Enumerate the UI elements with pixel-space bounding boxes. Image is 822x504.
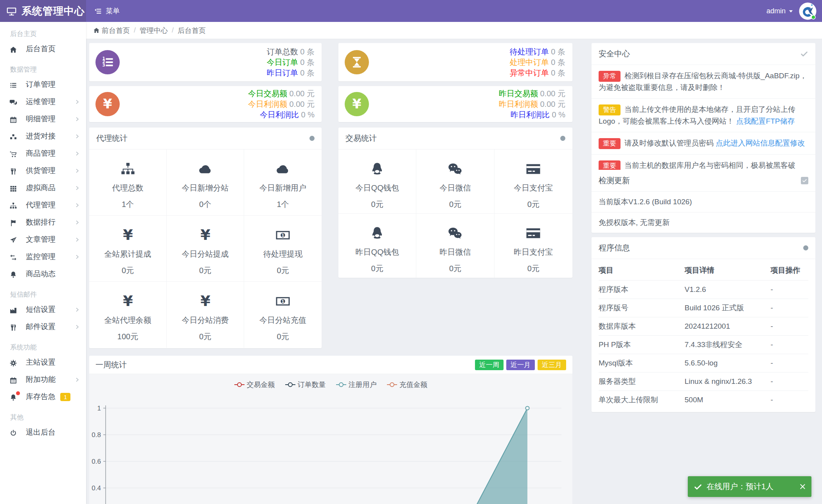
sidebar-item-mail[interactable]: 邮件设置 bbox=[0, 318, 86, 335]
cell-label: 今日微信 bbox=[439, 183, 471, 193]
gear-icon bbox=[9, 359, 17, 367]
chart-range-buttons: 近一周 近一月 近三月 bbox=[475, 360, 566, 370]
breadcrumb-center[interactable]: 管理中心 bbox=[140, 26, 168, 35]
sidebar-item-virtual[interactable]: 虚拟商品 bbox=[0, 179, 86, 196]
app-logo[interactable]: 系统管理中心 bbox=[0, 0, 86, 22]
item-name: 程序版号 bbox=[599, 299, 685, 317]
sidebar-item-label: 数据排行 bbox=[26, 217, 56, 227]
cell-label: 代理总数 bbox=[112, 183, 144, 193]
avatar[interactable] bbox=[799, 2, 817, 20]
stat-label: 异常中订单 bbox=[510, 68, 549, 77]
stat-value: 0.00 bbox=[540, 89, 556, 98]
calendar-icon bbox=[9, 116, 17, 124]
card-lines: 待处理订单 0 条 处理中订单 0 条 异常中订单 0 条 bbox=[510, 47, 572, 78]
app-title: 系统管理中心 bbox=[22, 4, 85, 18]
item-action: - bbox=[771, 336, 809, 354]
sidebar-item-detail[interactable]: 明细管理 bbox=[0, 110, 86, 128]
panel-tool-icon[interactable] bbox=[803, 245, 808, 250]
power-icon bbox=[9, 429, 17, 437]
creditcard-icon bbox=[524, 225, 542, 241]
sidebar-item-stock-alert[interactable]: 库存告急 1 bbox=[0, 388, 86, 405]
security-alert: 重要请及时修改默认管理员密码 点此进入网站信息配置修改 bbox=[592, 132, 815, 155]
sidebar-item-label: 进货对接 bbox=[26, 131, 56, 141]
stat-label: 昨日利润额 bbox=[499, 100, 538, 108]
chevron-right-icon bbox=[75, 151, 80, 156]
legend-item[interactable]: 交易金额 bbox=[234, 380, 275, 389]
chevron-right-icon bbox=[75, 168, 80, 173]
cell-value: 100元 bbox=[117, 331, 138, 342]
sidebar-section-label: 后台主页 bbox=[0, 22, 86, 40]
sidebar: 后台主页 后台首页 数据管理 订单管理 运维管理 明细管理 进货对接 商品管理 bbox=[0, 22, 86, 504]
sidebar-item-rank[interactable]: 数据排行 bbox=[0, 214, 86, 231]
check-icon[interactable] bbox=[800, 50, 808, 58]
sidebar-item-sms[interactable]: 短信设置 bbox=[0, 301, 86, 318]
cell-label: 今日新增用户 bbox=[259, 183, 306, 193]
sidebar-item-orders[interactable]: 订单管理 bbox=[0, 76, 86, 93]
item-name: 程序版本 bbox=[599, 281, 685, 299]
sidebar-item-goods-dynamics[interactable]: 商品动态 bbox=[0, 265, 86, 283]
chevron-right-icon bbox=[75, 220, 80, 225]
ordered-list-icon bbox=[95, 50, 120, 74]
program-table-wrap: 项目 项目详情 项目操作 程序版本V1.2.6- 程序版号Build 1026 … bbox=[592, 259, 815, 412]
weekly-line-chart: 1 0.8 0.6 0.4 bbox=[89, 374, 572, 504]
sidebar-item-site-settings[interactable]: 主站设置 bbox=[0, 354, 86, 371]
sidebar-item-ops[interactable]: 运维管理 bbox=[0, 93, 86, 110]
item-action: - bbox=[771, 281, 809, 299]
item-name: 单次最大上传限制 bbox=[599, 391, 685, 409]
sidebar-item-label: 后台首页 bbox=[26, 44, 56, 54]
yen-icon bbox=[119, 293, 137, 309]
area-series-registered-users bbox=[457, 408, 527, 504]
item-name: PH P版本 bbox=[599, 336, 685, 354]
chevron-right-icon bbox=[75, 254, 80, 259]
breadcrumb-home[interactable]: 前台首页 bbox=[93, 26, 130, 35]
site-config-link[interactable]: 点此进入网站信息配置修改 bbox=[716, 139, 805, 147]
legend-item[interactable]: 充值金额 bbox=[387, 380, 428, 389]
sidebar-item-agent[interactable]: 代理管理 bbox=[0, 196, 86, 214]
sidebar-item-article[interactable]: 文章管理 bbox=[0, 231, 86, 248]
legend-item[interactable]: 订单数量 bbox=[285, 380, 326, 389]
sidebar-item-supply[interactable]: 供货管理 bbox=[0, 162, 86, 179]
legend-item[interactable]: 注册用户 bbox=[336, 380, 377, 389]
sidebar-item-goods[interactable]: 商品管理 bbox=[0, 145, 86, 162]
home-icon bbox=[93, 27, 100, 34]
y-axis-tick: 0.8 bbox=[92, 431, 101, 439]
panel-title: 代理统计 bbox=[96, 133, 128, 144]
stat-label: 待处理订单 bbox=[510, 47, 549, 56]
y-axis-tick: 0.4 bbox=[92, 484, 101, 492]
range-month-button[interactable]: 近一月 bbox=[506, 360, 535, 370]
calendar-icon bbox=[9, 376, 17, 384]
breadcrumb: 前台首页 / 管理中心 / 后台首页 bbox=[86, 22, 822, 39]
stat-value: 0 bbox=[552, 110, 556, 119]
stat-unit: 条 bbox=[558, 47, 565, 56]
cell-value: 1个 bbox=[122, 199, 134, 210]
range-quarter-button[interactable]: 近三月 bbox=[538, 360, 566, 370]
stat-cell: 昨日支付宝0元 bbox=[495, 214, 572, 278]
stat-unit: 条 bbox=[307, 68, 315, 77]
paper-plane-icon bbox=[9, 236, 17, 244]
topbar-right: admin bbox=[766, 2, 822, 20]
sidebar-item-purchase[interactable]: 进货对接 bbox=[0, 128, 86, 145]
close-icon[interactable] bbox=[800, 484, 806, 490]
sidebar-item-dashboard[interactable]: 后台首页 bbox=[0, 40, 86, 58]
breadcrumb-current[interactable]: 后台首页 bbox=[178, 26, 206, 35]
user-dropdown[interactable]: admin bbox=[766, 7, 793, 15]
table-row: 程序版本V1.2.6- bbox=[599, 281, 808, 299]
range-week-button[interactable]: 近一周 bbox=[475, 360, 504, 370]
stat-value: 0 bbox=[300, 47, 304, 56]
sidebar-section-label: 数据管理 bbox=[0, 58, 86, 76]
monitor-icon bbox=[6, 6, 17, 16]
ftp-config-link[interactable]: 点我配置FTP储存 bbox=[736, 117, 795, 125]
stat-cell: 昨日QQ钱包0元 bbox=[338, 214, 416, 278]
banknote-icon bbox=[274, 293, 292, 309]
sidebar-item-monitor[interactable]: 监控管理 bbox=[0, 248, 86, 265]
sidebar-item-addons[interactable]: 附加功能 bbox=[0, 371, 86, 388]
cell-label: 待处理提现 bbox=[263, 249, 302, 259]
stat-cell: 代理总数1个 bbox=[89, 149, 167, 216]
alert-badge: 警告 bbox=[599, 104, 621, 115]
panel-tool-icon[interactable] bbox=[560, 136, 565, 141]
sidebar-toggle-button[interactable]: 菜单 bbox=[86, 0, 128, 22]
alert-badge: 异常 bbox=[599, 71, 621, 82]
checkbox-icon[interactable] bbox=[801, 177, 808, 184]
panel-tool-icon[interactable] bbox=[309, 136, 315, 141]
sidebar-item-logout[interactable]: 退出后台 bbox=[0, 424, 86, 441]
